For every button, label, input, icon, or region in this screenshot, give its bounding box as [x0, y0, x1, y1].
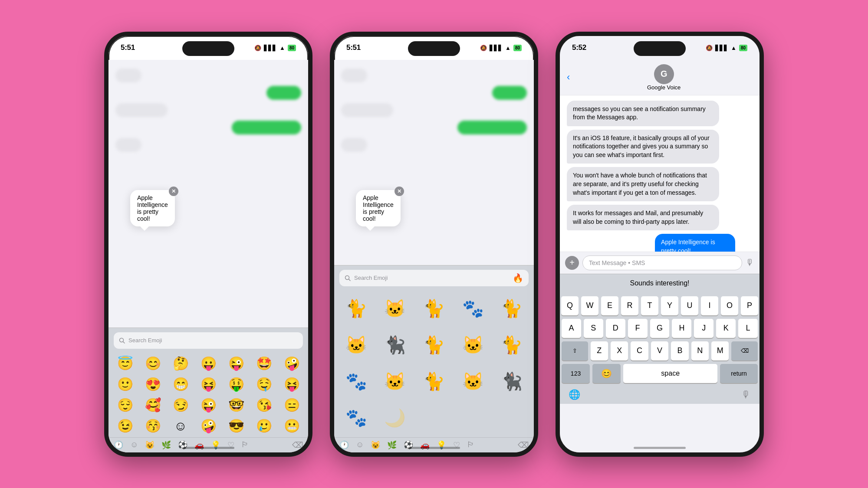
key-K[interactable]: K — [716, 319, 736, 338]
emoji-cell[interactable]: 🤪 — [195, 416, 221, 436]
delete-icon-1[interactable]: ⌫ — [292, 440, 303, 450]
contact-info[interactable]: G Google Voice — [575, 64, 753, 91]
sticker-cell[interactable]: 🐈 — [415, 291, 453, 326]
emoji-cell[interactable]: 😝 — [279, 375, 305, 394]
cat2-animal[interactable]: 😺 — [371, 440, 380, 450]
emoji-cell[interactable]: 😜 — [195, 396, 221, 415]
cat-food[interactable]: 🌿 — [161, 440, 171, 450]
prediction-text-3[interactable]: Sounds interesting! — [621, 279, 698, 287]
emoji-cell[interactable]: 🤓 — [223, 396, 249, 415]
tooltip-close-2[interactable]: ✕ — [395, 187, 404, 196]
key-C[interactable]: C — [631, 341, 648, 360]
sticker-cell[interactable]: 🐱 — [454, 364, 492, 399]
key-emoji[interactable]: 😊 — [592, 364, 621, 383]
sticker-cell[interactable]: 🐾 — [338, 364, 375, 399]
sticker-cell[interactable]: 🐈‍⬛ — [493, 364, 530, 399]
sticker-cell[interactable]: 🐈 — [493, 328, 530, 363]
key-R[interactable]: R — [621, 296, 638, 315]
sticker-cell[interactable]: 🐾 — [454, 291, 492, 326]
key-return[interactable]: return — [720, 364, 758, 383]
emoji-cell[interactable]: 😘 — [251, 396, 277, 415]
cat2-recent[interactable]: 🕐 — [339, 440, 349, 450]
sticker-cell[interactable]: 🐈 — [493, 291, 530, 326]
emoji-cell[interactable]: 😍 — [140, 375, 166, 394]
mic-button-3[interactable]: 🎙 — [746, 258, 754, 268]
emoji-cell[interactable]: 😜 — [223, 354, 249, 373]
key-H[interactable]: H — [672, 319, 691, 338]
emoji-cell[interactable]: 🥰 — [140, 396, 166, 415]
key-Q[interactable]: Q — [561, 296, 579, 315]
cat-flag[interactable]: 🏳 — [241, 440, 249, 450]
tooltip-close-1[interactable]: ✕ — [169, 187, 178, 196]
cat2-face[interactable]: ☺ — [356, 440, 364, 450]
sticker-cell[interactable]: 🐾 — [338, 401, 375, 436]
sticker-cell[interactable]: 🐈 — [415, 364, 453, 399]
emoji-cell[interactable]: 🤔 — [168, 354, 194, 373]
key-T[interactable]: T — [641, 296, 658, 315]
key-Y[interactable]: Y — [661, 296, 678, 315]
key-V[interactable]: V — [651, 341, 668, 360]
cat2-flag[interactable]: 🏳 — [467, 440, 475, 450]
sticker-cell[interactable]: 🐈 — [338, 291, 375, 326]
key-F[interactable]: F — [628, 319, 648, 338]
emoji-cell[interactable]: 😊 — [140, 354, 166, 373]
key-M[interactable]: M — [711, 341, 729, 360]
emoji-cell[interactable]: 🙂 — [112, 375, 138, 394]
emoji-cell[interactable]: ☺️ — [168, 416, 194, 436]
key-B[interactable]: B — [671, 341, 688, 360]
key-U[interactable]: U — [681, 296, 698, 315]
emoji-cell[interactable]: 😚 — [140, 416, 166, 436]
key-space[interactable]: space — [623, 364, 717, 383]
emoji-search-2[interactable]: Search Emoji 🔥 — [339, 270, 529, 286]
emoji-cell[interactable]: 😎 — [223, 416, 249, 436]
cat-face[interactable]: ☺ — [130, 440, 138, 450]
key-J[interactable]: J — [694, 319, 713, 338]
qwerty-keyboard-3[interactable]: Q W E R T Y U I O P A S D F G H J K L — [560, 293, 760, 404]
key-O[interactable]: O — [721, 296, 738, 315]
key-X[interactable]: X — [611, 341, 628, 360]
emoji-cell[interactable]: 🤩 — [251, 354, 277, 373]
sticker-cell[interactable]: 🐈 — [415, 328, 453, 363]
emoji-keyboard-1[interactable]: Search Emoji 😇 😊 🤔 😛 😜 🤩 🤪 🙂 😍 😁 😝 🤑 🤤 😝… — [108, 328, 308, 452]
key-G[interactable]: G — [650, 319, 670, 338]
key-N[interactable]: N — [691, 341, 709, 360]
key-I[interactable]: I — [701, 296, 718, 315]
emoji-cell[interactable]: 😏 — [168, 396, 194, 415]
emoji-search-1[interactable]: Search Emoji — [114, 332, 303, 349]
key-L[interactable]: L — [738, 319, 758, 338]
key-W[interactable]: W — [581, 296, 598, 315]
key-shift[interactable]: ⇧ — [562, 341, 588, 360]
emoji-cell[interactable]: 🥲 — [251, 416, 277, 436]
sticker-toggle[interactable]: 🔥 — [513, 273, 523, 283]
key-123[interactable]: 123 — [562, 364, 590, 383]
message-input-3[interactable]: Text Message • SMS — [582, 255, 742, 270]
cat-animal[interactable]: 😺 — [145, 440, 155, 450]
key-Z[interactable]: Z — [591, 341, 608, 360]
back-button-3[interactable]: ‹ — [567, 72, 570, 83]
key-S[interactable]: S — [584, 319, 603, 338]
emoji-keyboard-2[interactable]: Search Emoji 🔥 🐈 🐱 🐈 🐾 🐈 🐱 🐈‍⬛ 🐈 🐱 🐈 🐾 🐱… — [334, 265, 534, 452]
emoji-cell[interactable]: 😬 — [279, 416, 305, 436]
sticker-cell[interactable]: 🐈‍⬛ — [377, 328, 414, 363]
globe-icon-3[interactable]: 🌐 — [569, 389, 580, 400]
emoji-cell[interactable]: 😑 — [279, 396, 305, 415]
sticker-cell[interactable]: 🐱 — [454, 328, 492, 363]
emoji-cell[interactable]: 🤤 — [251, 375, 277, 394]
cat2-food[interactable]: 🌿 — [387, 440, 397, 450]
sticker-cell[interactable]: 🐱 — [377, 364, 414, 399]
key-P[interactable]: P — [741, 296, 758, 315]
delete-icon-2[interactable]: ⌫ — [518, 440, 529, 450]
emoji-cell[interactable]: 😛 — [195, 354, 221, 373]
key-A[interactable]: A — [562, 319, 581, 338]
key-delete[interactable]: ⌫ — [731, 341, 758, 360]
emoji-cell[interactable]: 😝 — [195, 375, 221, 394]
emoji-cell[interactable]: 😌 — [112, 396, 138, 415]
sticker-cell[interactable]: 🐱 — [338, 328, 375, 363]
mic-icon-3[interactable]: 🎙 — [741, 389, 751, 400]
emoji-cell[interactable]: 🤪 — [279, 354, 305, 373]
emoji-cell[interactable]: 😇 — [112, 354, 138, 373]
emoji-cell[interactable]: 😁 — [168, 375, 194, 394]
sticker-cell[interactable]: 🐱 — [377, 291, 414, 326]
emoji-cell[interactable]: 🤑 — [223, 375, 249, 394]
plus-button-3[interactable]: + — [565, 256, 579, 270]
